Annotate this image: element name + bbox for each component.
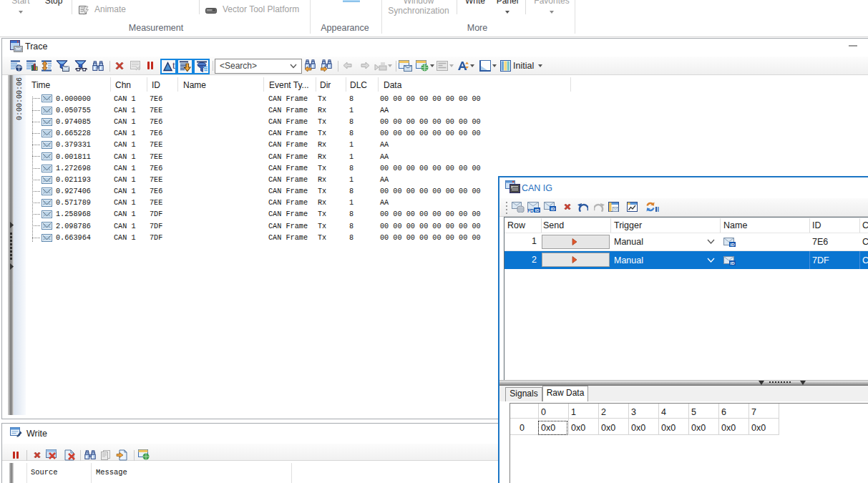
svg-text:ID: ID [535, 208, 540, 213]
svg-text:FD: FD [527, 208, 534, 213]
svg-text:ID: ID [551, 207, 556, 211]
svg-text:ID: ID [731, 243, 736, 247]
svg-text:ID: ID [731, 261, 736, 265]
